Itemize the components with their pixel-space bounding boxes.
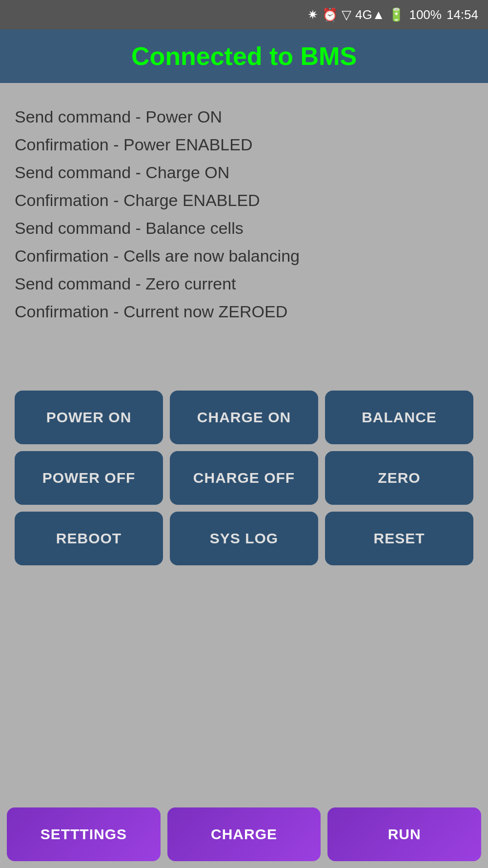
charge-on-button[interactable]: CHARGE ON	[170, 391, 318, 444]
signal-icon: 4G▲	[355, 7, 385, 22]
main-content: Send command - Power ONConfirmation - Po…	[0, 83, 488, 570]
balance-button[interactable]: BALANCE	[325, 391, 473, 444]
reboot-button[interactable]: REBOOT	[15, 512, 163, 565]
log-entry: Confirmation - Cells are now balancing	[15, 247, 473, 266]
settings-button[interactable]: SETTTINGS	[7, 807, 161, 861]
charge-off-button[interactable]: CHARGE OFF	[170, 451, 318, 505]
power-off-button[interactable]: POWER OFF	[15, 451, 163, 505]
alarm-icon: ⏰	[322, 7, 338, 22]
log-entry: Send command - Power ON	[15, 107, 473, 126]
status-bar: ✷ ⏰ ▽ 4G▲ 🔋 100% 14:54	[0, 0, 488, 29]
wifi-icon: ▽	[342, 7, 351, 22]
sys-log-button[interactable]: SYS LOG	[170, 512, 318, 565]
battery-icon: 🔋	[388, 7, 404, 22]
log-entry: Send command - Charge ON	[15, 163, 473, 182]
battery-percent: 100%	[409, 7, 442, 22]
bottom-nav: SETTTINGS CHARGE RUN	[0, 803, 488, 868]
status-icons: ✷ ⏰ ▽ 4G▲ 🔋	[307, 7, 404, 22]
log-entry: Send command - Zero current	[15, 274, 473, 293]
run-button[interactable]: RUN	[327, 807, 481, 861]
power-on-button[interactable]: POWER ON	[15, 391, 163, 444]
log-entry: Send command - Balance cells	[15, 219, 473, 238]
header: Connected to BMS	[0, 29, 488, 83]
zero-button[interactable]: ZERO	[325, 451, 473, 505]
log-area: Send command - Power ONConfirmation - Po…	[10, 93, 478, 386]
charge-button[interactable]: CHARGE	[167, 807, 321, 861]
header-title: Connected to BMS	[131, 41, 357, 71]
clock: 14:54	[447, 7, 478, 22]
log-entry: Confirmation - Power ENABLED	[15, 135, 473, 154]
bluetooth-icon: ✷	[307, 7, 318, 22]
reset-button[interactable]: RESET	[325, 512, 473, 565]
log-entry: Confirmation - Charge ENABLED	[15, 191, 473, 210]
button-grid: POWER ON CHARGE ON BALANCE POWER OFF CHA…	[10, 386, 478, 570]
log-entry: Confirmation - Current now ZEROED	[15, 302, 473, 321]
